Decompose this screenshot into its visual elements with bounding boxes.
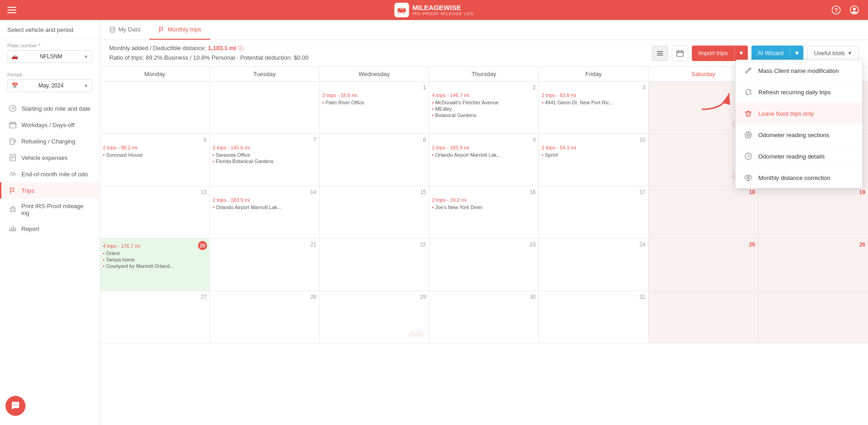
period-select[interactable]: 📅 May, 2024 ▼ <box>7 79 92 92</box>
sidebar-item-label: Workdays / Days-off <box>21 122 75 128</box>
dropdown-item-mass-client[interactable]: Mass Client name modification <box>736 60 862 82</box>
gas-station-icon <box>9 137 17 145</box>
monthly-added-label: Monthly added / Deductible distance: <box>109 45 206 51</box>
dropdown-item-monthly-distance[interactable]: Monthly distance correction <box>736 167 862 188</box>
cal-cell-may16[interactable]: 16 2 trips - 19.2 mi Joe's New York Dine… <box>429 186 539 239</box>
cal-cell-may27[interactable]: 27 <box>100 291 210 343</box>
ratio-label: Ratio of trips: <box>109 54 144 61</box>
cal-cell-may20[interactable]: 20 4 trips - 176.7 mi Orient Tampa home … <box>100 239 210 291</box>
sidebar-item-trips[interactable]: Trips <box>0 182 100 199</box>
dropdown-item-label: Refresh recurring daily trips <box>758 89 831 96</box>
cal-cell-weekend-end1[interactable] <box>649 291 758 343</box>
svg-point-10 <box>12 108 14 109</box>
cal-cell-may22[interactable]: 22 <box>320 239 429 291</box>
sidebar-item-refueling[interactable]: Refueling / Charging <box>0 133 100 149</box>
cal-cell-may9[interactable]: 9 2 trips - 183.9 mi Orlando Airport Mar… <box>429 134 539 186</box>
cal-date: 1 <box>322 84 426 91</box>
cal-trips-summary: 2 trips - 19.2 mi <box>432 197 536 203</box>
dropdown-item-refresh-recurring[interactable]: Refresh recurring daily trips <box>736 82 862 103</box>
hamburger-icon[interactable] <box>7 7 16 13</box>
cal-cell-weekend-26[interactable]: 26 <box>758 239 868 291</box>
sidebar-item-odo-start[interactable]: Starting odo mile and date <box>0 100 100 117</box>
sidebar-item-vehicle-expenses[interactable]: Vehicle expenses <box>0 149 100 166</box>
cal-date: 19 <box>761 189 865 195</box>
user-profile-button[interactable] <box>848 4 861 16</box>
svg-point-20 <box>110 27 115 29</box>
cal-trip-item: Palm River Office <box>322 99 426 106</box>
chevron-down-icon: ▼ <box>84 54 88 59</box>
sidebar-item-end-odo[interactable]: End-of-month mile of odo <box>0 166 100 182</box>
cal-cell-may1[interactable]: 1 2 trips - 18.8 mi Palm River Office <box>320 82 429 134</box>
cal-cell-empty-2[interactable] <box>210 82 320 134</box>
cal-date: 13 <box>103 189 207 195</box>
cal-date: 24 <box>542 241 645 248</box>
plate-label: Plate number * <box>7 43 92 48</box>
cal-date: 16 <box>432 189 536 195</box>
chat-button[interactable] <box>5 396 25 416</box>
day-header-tuesday: Tuesday <box>210 67 320 81</box>
sidebar-item-label: Trips <box>21 187 34 194</box>
cal-cell-weekend-end2[interactable] <box>758 291 868 343</box>
tab-my-data[interactable]: My Data <box>100 20 149 40</box>
cal-cell-may14[interactable]: 14 2 trips - 183.9 mi Orlando Airport Ma… <box>210 186 320 239</box>
cal-cell-may30[interactable]: 30 <box>429 291 539 343</box>
badge-20: 20 <box>198 241 207 250</box>
cal-cell-may2[interactable]: 2 4 trips - 146.7 mi McDonald's Fletcher… <box>429 82 539 134</box>
cal-cell-may10[interactable]: 10 2 trips - 54.3 mi Sprinf <box>539 134 649 186</box>
cal-cell-may29[interactable]: 29 🚗 <box>320 291 429 343</box>
plate-section: Plate number * 🚗 NFLSNM ▼ <box>0 38 100 67</box>
cal-cell-may6[interactable]: 6 2 trips - 90.2 mi Suncoast House <box>100 134 210 186</box>
sidebar-item-report[interactable]: Report <box>0 220 100 237</box>
import-trips-button[interactable]: Import trips <box>692 46 734 61</box>
brand-name: MILEAGEWISE <box>412 4 474 12</box>
svg-point-26 <box>748 136 749 137</box>
useful-tools-button[interactable]: Useful tools ▼ <box>807 46 859 60</box>
ai-wizard-button[interactable]: AI Wizard <box>751 46 790 61</box>
info-icon[interactable]: ⓘ <box>238 45 244 51</box>
tab-monthly-trips[interactable]: Monthly trips <box>149 20 210 40</box>
cal-cell-may3[interactable]: 3 2 trips - 83.8 mi 4941 Glenn Dr, New P… <box>539 82 649 134</box>
cal-cell-may8[interactable]: 8 <box>320 134 429 186</box>
cal-cell-may28[interactable]: 28 <box>210 291 320 343</box>
cal-trip-item: Orlando Airport Marriott Lak... <box>213 204 316 210</box>
import-trips-dropdown-button[interactable]: ▼ <box>734 46 748 61</box>
help-button[interactable]: ? <box>830 4 843 16</box>
day-header-thursday: Thursday <box>429 67 539 81</box>
day-header-monday: Monday <box>100 67 210 81</box>
cal-date: 29 <box>322 294 426 300</box>
plate-select[interactable]: 🚗 NFLSNM ▼ <box>7 50 92 63</box>
cal-cell-weekend-18[interactable]: 18 <box>649 186 758 239</box>
sidebar-item-label: Vehicle expenses <box>21 154 67 161</box>
cal-cell-may17[interactable]: 17 <box>539 186 649 239</box>
cal-cell-weekend-25[interactable]: 25 <box>649 239 758 291</box>
dropdown-item-odometer-sections[interactable]: Odometer reading sections <box>736 124 862 146</box>
sidebar-item-workdays[interactable]: Workdays / Days-off <box>0 117 100 133</box>
cal-cell-may13[interactable]: 13 <box>100 186 210 239</box>
sidebar-item-print[interactable]: Print IRS-Proof mileage log <box>0 199 100 220</box>
cal-cell-may24[interactable]: 24 <box>539 239 649 291</box>
cal-cell-empty-1[interactable] <box>100 82 210 134</box>
calendar-view-button[interactable] <box>672 46 688 61</box>
ai-wizard-dropdown-button[interactable]: ▼ <box>790 46 803 61</box>
cal-cell-may15[interactable]: 15 <box>320 186 429 239</box>
cal-date: 30 <box>432 294 536 300</box>
list-view-button[interactable] <box>652 46 668 61</box>
odometer-icon <box>744 130 753 139</box>
question-icon: ? <box>832 5 841 15</box>
dropdown-item-odometer-details[interactable]: Odometer reading details <box>736 146 862 167</box>
speedometer-icon <box>9 104 17 113</box>
plate-value: NFLSNM <box>40 53 62 60</box>
svg-point-30 <box>748 156 749 157</box>
cal-trips-summary: 3 trips - 145.6 mi <box>213 145 316 150</box>
cal-cell-may23[interactable]: 23 <box>429 239 539 291</box>
cal-cell-may31[interactable]: 31 <box>539 291 649 343</box>
cal-cell-may7[interactable]: 7 3 trips - 145.6 mi Sarasota Office Flo… <box>210 134 320 186</box>
cal-date: 17 <box>542 189 645 195</box>
cal-date: 27 <box>103 294 207 300</box>
sidebar-header: Select vehicle and period <box>0 20 100 38</box>
dropdown-item-label: Odometer reading sections <box>758 132 829 138</box>
cal-cell-may21[interactable]: 21 <box>210 239 320 291</box>
cal-cell-weekend-19[interactable]: 19 <box>758 186 868 239</box>
distance-value: 1,103.1 mi <box>208 45 236 51</box>
dropdown-item-leave-fixed[interactable]: Leave fixed trips only <box>736 103 862 124</box>
